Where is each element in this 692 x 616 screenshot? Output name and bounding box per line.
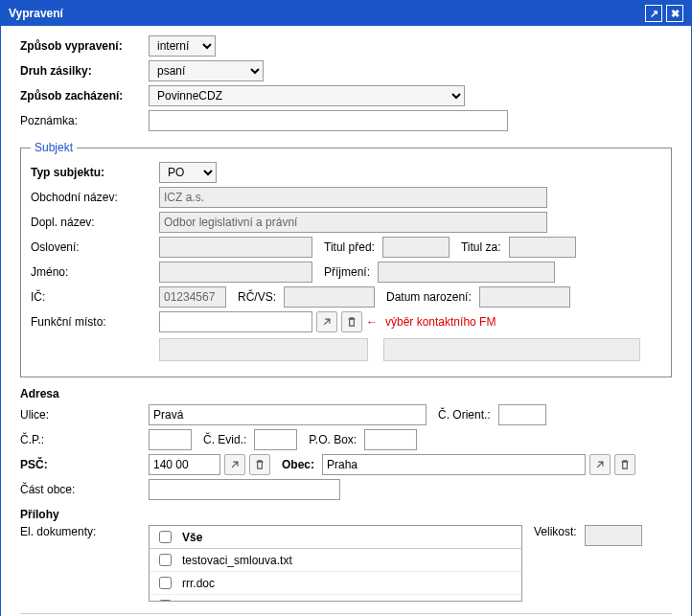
label-osloveni: Oslovení: — [31, 240, 155, 254]
input-funkcni-misto[interactable] — [159, 311, 312, 332]
attachment-name: rrr.doc — [182, 577, 215, 590]
arrow-out-icon — [320, 315, 334, 329]
label-prijmeni: Příjmení: — [324, 265, 370, 279]
label-jmeno: Jméno: — [31, 265, 155, 279]
label-zpusob-zachazeni: Způsob zacházení: — [20, 89, 145, 103]
select-fm-button[interactable] — [316, 311, 337, 332]
input-ic — [159, 286, 226, 308]
list-item: rrr.doc — [150, 572, 521, 595]
psc-lookup-button[interactable] — [224, 454, 245, 475]
label-titul-pred: Titul před: — [324, 240, 375, 254]
trash-icon — [253, 458, 266, 471]
select-zpusob-zachazeni[interactable]: PovinneCDZ — [149, 85, 465, 106]
input-rcvs — [284, 286, 375, 308]
heading-prilohy: Přílohy — [20, 508, 672, 521]
input-velikost — [585, 525, 642, 546]
label-c-orient: Č. Orient.: — [438, 408, 491, 422]
trash-icon — [618, 458, 632, 471]
input-prijmeni — [378, 262, 555, 283]
input-c-orient[interactable] — [498, 404, 546, 425]
label-obchodni-nazev: Obchodní název: — [31, 191, 155, 204]
fieldset-subjekt: Subjekt Typ subjektu: PO Obchodní název:… — [20, 141, 672, 377]
input-obec[interactable] — [322, 454, 586, 475]
annotation-text: výběr kontaktního FM — [385, 315, 496, 329]
label-psc: PSČ: — [20, 458, 145, 471]
trash-icon — [345, 315, 358, 329]
input-dopl-nazev — [159, 212, 547, 233]
heading-adresa: Adresa — [20, 387, 672, 400]
label-zpusob-vypraveni: Způsob vypravení: — [20, 39, 145, 53]
input-cp[interactable] — [149, 429, 192, 450]
input-datum-narozeni — [479, 286, 570, 308]
titlebar: Vypravení ↗ ✖ — [1, 1, 691, 26]
label-ulice: Ulice: — [20, 408, 145, 422]
input-poznamka[interactable] — [149, 110, 508, 131]
check-attachment[interactable] — [159, 600, 172, 602]
input-osloveni — [159, 237, 312, 258]
arrow-out-icon — [228, 458, 242, 471]
select-zpusob-vypraveni[interactable]: interní — [149, 35, 216, 57]
label-cp: Č.P.: — [20, 433, 145, 446]
label-c-evid: Č. Evid.: — [203, 433, 246, 446]
label-po-box: P.O. Box: — [309, 433, 357, 446]
arrow-out-icon — [593, 458, 607, 471]
select-typ-subjektu[interactable]: PO — [159, 162, 217, 183]
label-dopl-nazev: Dopl. název: — [31, 216, 155, 229]
label-funkcni-misto: Funkční místo: — [31, 315, 155, 329]
label-obec: Obec: — [282, 458, 314, 471]
input-c-evid[interactable] — [254, 429, 297, 450]
label-velikost: Velikost: — [534, 525, 577, 538]
input-jmeno — [159, 262, 312, 283]
attachment-name: testovaci_smlouva.txt — [182, 554, 292, 567]
input-po-box[interactable] — [364, 429, 417, 450]
legend-subjekt: Subjekt — [31, 141, 77, 154]
label-ic: IČ: — [31, 290, 155, 304]
input-obchodni-nazev — [159, 187, 547, 208]
label-datum-narozeni: Datum narození: — [386, 290, 472, 304]
maximize-icon[interactable]: ↗ — [645, 5, 662, 22]
input-psc[interactable] — [149, 454, 220, 475]
input-ulice[interactable] — [149, 404, 427, 425]
subject-readonly-1 — [159, 338, 368, 361]
annotation-arrow-icon: ← — [366, 315, 378, 329]
label-titul-za: Titul za: — [461, 240, 501, 254]
label-rcvs: RČ/VS: — [238, 290, 276, 304]
input-titul-za — [509, 237, 576, 258]
dialog: Vypravení ↗ ✖ Způsob vypravení: interní … — [0, 0, 692, 616]
attachment-name: testr.doc — [182, 600, 225, 603]
obec-lookup-button[interactable] — [589, 454, 611, 475]
attachments-list[interactable]: Vše testovaci_smlouva.txt rrr.doc testr.… — [149, 525, 522, 602]
list-item: testr.doc — [150, 595, 521, 602]
close-icon[interactable]: ✖ — [666, 5, 683, 22]
label-druh-zasilky: Druh zásilky: — [20, 64, 145, 78]
obec-clear-button[interactable] — [614, 454, 635, 475]
list-item: testovaci_smlouva.txt — [150, 549, 521, 572]
psc-clear-button[interactable] — [249, 454, 270, 475]
subject-readonly-2 — [383, 338, 640, 361]
header-vse: Vše — [182, 531, 202, 544]
label-el-dokumenty: El. dokumenty: — [20, 525, 145, 538]
dialog-title: Vypravení — [9, 7, 63, 20]
input-cast-obce[interactable] — [149, 479, 340, 500]
input-titul-pred — [382, 237, 450, 258]
label-poznamka: Poznámka: — [20, 114, 145, 127]
check-attachment[interactable] — [159, 577, 172, 589]
label-typ-subjektu: Typ subjektu: — [31, 166, 155, 179]
check-attachment[interactable] — [159, 554, 172, 566]
label-cast-obce: Část obce: — [20, 483, 145, 496]
check-all[interactable] — [159, 531, 172, 543]
delete-fm-button[interactable] — [341, 311, 362, 332]
select-druh-zasilky[interactable]: psaní — [149, 60, 264, 81]
